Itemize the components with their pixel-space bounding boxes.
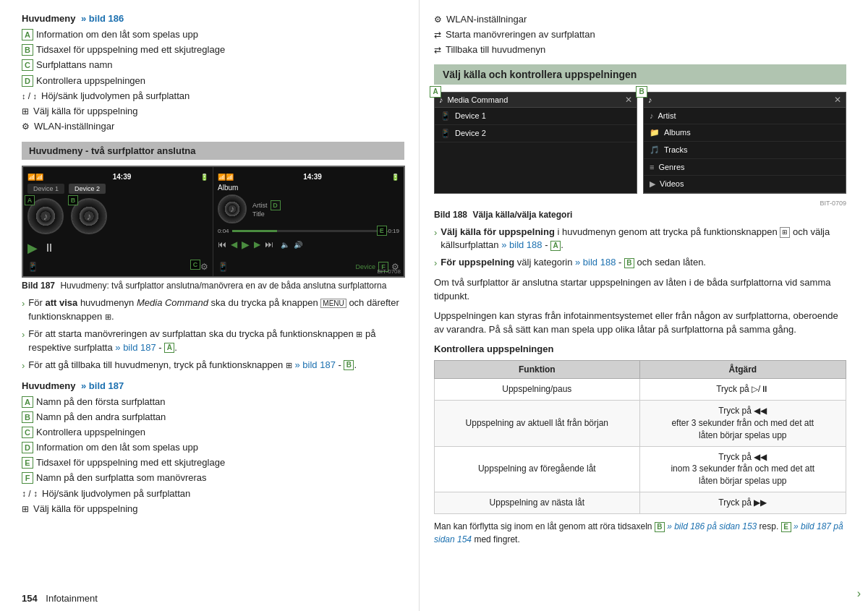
play-icon: ▶ [27,240,38,256]
videos-icon: ▶ [650,179,655,189]
top-sym-1: ⇄Starta manövreringen av surfplattan [434,28,846,41]
bullet-187-text-0: För att visa huvudmenyn Media Command sk… [28,296,404,324]
tab-device2[interactable]: Device 2 [69,184,106,194]
bullet-187-2: ›För att gå tillbaka till huvudmenyn, tr… [22,359,404,373]
top-sym-text-2: Tillbaka till huvudmenyn [446,43,545,56]
ctrl-action-1: Tryck på ◀◀efter 3 sekunder från och med… [639,401,846,446]
ctrl-action-0: Tryck på ▷/⏸ [639,379,846,401]
item-text-a: Information om den låt som spelas upp [36,28,404,41]
caption-187-text: Huvudmeny: två surfplattor anslutna/manö… [60,281,386,291]
sym-icon-0: ↕ / ↕ [22,90,37,103]
caption-188: Bild 188 Välja källa/välja kategori [434,210,846,220]
device-1-icon: 📱 [441,111,451,121]
sub-sym-0: ↕ / ↕Höj/sänk ljudvolymen på surfplattan [22,487,404,500]
vinyl-note-right: ♪ [230,204,234,214]
ctrl-action-2: Tryck på ◀◀inom 3 sekunder från och med … [639,446,846,492]
bullet-arrow-2: › [434,257,437,270]
progress-bar: E [232,230,383,232]
vol-right-icon: 🔊 [294,241,302,249]
dialog-window-b: ♪ ✕ ♪ Artist 📁 Albums 🎵 Tracks ≡ Genres [643,92,846,194]
scr-left-header: 📶📶 14:39 🔋 [27,173,208,181]
menu-item-b: BTidsaxel för uppspelning med ett skjutr… [22,43,404,56]
accent-box-title: Välj källa och kontrollera uppspelningen [443,69,637,80]
page-category: Infotainment [46,593,98,604]
ctrl-func-3: Uppspelning av nästa låt [435,492,640,514]
device-2-item[interactable]: 📱 Device 2 [435,125,637,142]
device-2-icon: 📱 [441,129,451,138]
dialog-titlebar-a: ♪ Media Command ✕ [435,93,637,108]
sub-text-f: Namn på den surfplatta som manövreras [36,471,404,484]
artist-item[interactable]: ♪ Artist [644,108,846,124]
col-atgard: Åtgärd [639,361,846,379]
device-label: Device [355,263,375,270]
time-end: -0:19 [386,228,399,234]
bullets-section-187: ›För att visa huvudmenyn Media Command s… [22,296,404,372]
progress-row: 0:04 E -0:19 [218,228,399,234]
badge-d: D [22,75,33,87]
vol-left-icon: 🔈 [281,241,289,249]
bullet-188-1: › Välj källa för uppspelning i huvudmeny… [434,226,846,253]
artist-icon: ♪ [650,111,654,120]
artist-label: Artist [658,111,676,120]
sym-item-0: ↕ / ↕Höj/sänk ljudvolymen på surfplattan [22,90,404,103]
item-text-c: Surfplattans namn [36,59,404,72]
sub-sym-text-0: Höj/sänk ljudvolymen på surfplattan [42,487,190,500]
submenu-title: Huvudmeny [22,380,75,391]
next-page-arrow[interactable]: › [857,587,861,600]
next-icon: ▶ [254,239,260,249]
vinyl-note-1: ♪ [43,210,48,222]
device-1-item[interactable]: 📱 Device 1 [435,108,637,125]
ctrl-row-1: Uppspelning av aktuell låt från börjanTr… [435,401,846,446]
dialog-badge-b: B [636,86,647,98]
sub-item-c: CKontrollera uppspelningen [22,426,404,439]
badge-b: B [22,44,33,56]
bullet-188-2-text: För uppspelning välj kategorin » bild 18… [441,256,706,270]
scr-right-panel: 📶📶 14:39 🔋 Album ♪ Artist D Title [213,167,404,276]
videos-item[interactable]: ▶ Videos [644,176,846,193]
sub-text-b: Namn på den andra surfplattan [36,411,404,424]
title-label: Title [252,210,265,218]
page-number: 154 [22,593,38,604]
videos-label: Videos [660,179,684,188]
scr-left-panel: 📶📶 14:39 🔋 Device 1 Device 2 ♪ A ♪ [23,167,213,276]
sub-badge-e: E [22,457,33,469]
bullet-187-arrow-1: › [22,328,25,342]
ctrl-func-0: Uppspelning/paus [435,379,640,401]
main-menu-ref[interactable]: » bild 186 [81,13,124,24]
sub-items-list: ANamn på den första surfplattanBNamn på … [22,396,404,485]
top-sym-items: ⚙WLAN-inställningar⇄Starta manövreringen… [434,13,846,57]
prev-prev-icon: ⏮ [218,239,226,249]
gray-box-heading: Huvudmeny - två surfplattor anslutna [22,142,404,160]
media-command-title: Media Command [448,95,509,104]
ref-188-a: » bild 188 [501,239,542,250]
scr-bottom-row-right: 📱 Device F ⚙ [218,262,399,272]
submenu-ref[interactable]: » bild 187 [81,380,124,391]
tracks-item[interactable]: 🎵 Tracks [644,142,846,159]
ctrl-table: Funktion Åtgärd Uppspelning/pausTryck på… [434,360,846,513]
top-sym-0: ⚙WLAN-inställningar [434,13,846,26]
top-sym-icon-1: ⇄ [434,29,441,41]
ctrl-row-2: Uppspelning av föregående låtTryck på ◀◀… [435,446,846,492]
sub-sym-1: ⊞Välj källa för uppspelning [22,503,404,516]
bullet-arrow-1: › [434,226,437,240]
para2: Uppspelningen kan styras från infotainme… [434,309,846,337]
bullet-188-2: › För uppspelning välj kategorin » bild … [434,256,846,270]
tab-device1[interactable]: Device 1 [27,184,64,194]
prev-icon: ◀ [231,239,237,249]
tracks-label: Tracks [664,145,688,154]
badge-e-scr: E [377,226,387,236]
submenu-heading: Huvudmeny » bild 187 [22,380,404,391]
accent-box: Välj källa och kontrollera uppspelningen [434,64,846,85]
genres-item[interactable]: ≡ Genres [644,159,846,176]
albums-item[interactable]: 📁 Albums [644,124,846,142]
caption-188-text: Välja källa/välja kategori [472,210,572,220]
dialog-close-b[interactable]: ✕ [834,95,841,105]
progress-fill [232,230,278,232]
sub-badge-a: A [22,396,33,408]
sym-items-top: ↕ / ↕Höj/sänk ljudvolymen på surfplattan… [22,90,404,134]
gray-box-title: Huvudmeny - två surfplattor anslutna [29,145,195,156]
sub-sym-icon-0: ↕ / ↕ [22,488,38,500]
dialog-close-a[interactable]: ✕ [625,95,632,105]
music-icon: ♪ [648,95,652,104]
top-sym-icon-2: ⇄ [434,44,441,56]
